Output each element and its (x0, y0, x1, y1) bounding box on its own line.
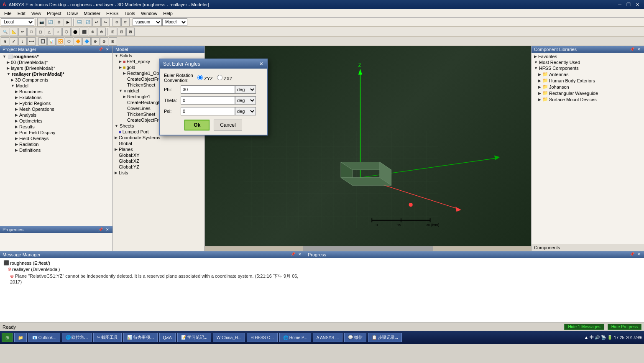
zxz-radio[interactable] (217, 75, 222, 80)
toolbar3-btn-4[interactable]: ⟺ (27, 37, 36, 46)
prog-controls[interactable]: 📌 ✕ (629, 252, 641, 257)
tree-item-hybrid-regions[interactable]: ▶ Hybrid Regions (1, 100, 112, 106)
taskbar-home[interactable]: 🌐 Home P... (279, 333, 311, 342)
hide-progress-button[interactable]: Hide Progress (608, 324, 641, 330)
ok-button[interactable]: Ok (184, 120, 210, 130)
comp-lib-controls[interactable]: 📌 ✕ (629, 47, 641, 51)
toolbar2-btn-6[interactable]: △ (45, 28, 53, 36)
toolbar3-btn-1[interactable]: 🖱 (1, 37, 9, 46)
toolbar2-btn-5[interactable]: ◻ (36, 28, 44, 36)
phi-input[interactable] (181, 85, 235, 94)
phi-unit-select[interactable]: deg rad (235, 85, 256, 94)
panel-pin-button[interactable]: 📌 (97, 47, 104, 51)
hide-messages-button[interactable]: Hide 1 Messages (564, 324, 604, 330)
menu-help[interactable]: Help (161, 10, 175, 17)
toolbar3-btn-7[interactable]: 🔀 (56, 37, 64, 46)
toolbar2-btn-11[interactable]: ⊕ (89, 28, 97, 36)
taskbar-china[interactable]: W China_H... (213, 333, 245, 342)
tree-item-model[interactable]: ▼ Model (1, 83, 112, 89)
comp-lib-pin-button[interactable]: 📌 (629, 47, 635, 51)
taskbar-file-explorer[interactable]: 📁 (14, 333, 27, 342)
toolbar3-btn-13[interactable]: ⊞ (109, 37, 117, 46)
tree-item-3d-components[interactable]: ▶ 3D Components (1, 77, 112, 83)
tree-item-field-overlays[interactable]: ▶ Field Overlays (1, 135, 112, 141)
viewport-tree-solids[interactable]: ▼ Solids (113, 53, 204, 59)
cancel-button[interactable]: Cancel (214, 120, 242, 130)
taskbar-browser[interactable]: 🌐 欧拉角... (62, 333, 92, 342)
comp-lib-close-button[interactable]: ✕ (636, 47, 641, 51)
lib-item-surface-mount[interactable]: ▶ 📁 Surface Mount Devices (532, 96, 643, 102)
tree-item-boundaries[interactable]: ▶ Boundaries (1, 89, 112, 95)
toolbar2-btn-1[interactable]: 🔍 (1, 28, 9, 36)
toolbar2-btn-14[interactable]: ⊟ (118, 28, 126, 36)
toolbar2-btn-15[interactable]: ⊠ (126, 28, 135, 36)
toolbar-btn-5[interactable]: 🔙 (75, 18, 83, 26)
toolbar3-btn-12[interactable]: ⊗ (100, 37, 108, 46)
toolbar2-btn-10[interactable]: ⬛ (80, 28, 88, 36)
toolbar-btn-7[interactable]: ↩ (92, 18, 101, 26)
viewport-tree-lists[interactable]: ▶ Lists (113, 170, 204, 176)
toolbar3-btn-11[interactable]: ⊕ (91, 37, 100, 46)
toolbar2-btn-7[interactable]: ○ (54, 28, 62, 36)
vacuum-select[interactable]: vacuum (133, 18, 162, 26)
lib-item-favorites[interactable]: ▶ Favorites (532, 54, 643, 59)
toolbar-btn-6[interactable]: 🔃 (84, 18, 92, 26)
lib-item-most-recently-used[interactable]: ▼ Most Recently Used (532, 59, 643, 65)
psi-input[interactable] (181, 107, 235, 115)
theta-unit-select[interactable]: deg rad (235, 96, 256, 105)
lib-item-johanson[interactable]: ▶ 📁 Johanson (532, 84, 643, 90)
toolbar2-btn-9[interactable]: ⬤ (71, 28, 79, 36)
toolbar3-btn-10[interactable]: 🔷 (82, 37, 91, 46)
viewport-tree-globalxz[interactable]: Global:XZ (113, 158, 204, 164)
toolbar-btn-4[interactable]: ▶ (64, 18, 72, 26)
menu-modeler[interactable]: Modeler (81, 10, 103, 17)
lib-item-human-body[interactable]: ▶ 📁 Human Body Exteriors (532, 77, 643, 84)
toolbar3-btn-9[interactable]: 🔶 (74, 37, 82, 46)
set-euler-angles-dialog[interactable]: Set Euler Angles ✕ Euler Rotation Conven… (159, 59, 268, 135)
panel-close-button[interactable]: ✕ (105, 47, 110, 51)
tree-item-definitions[interactable]: ▶ Definitions (1, 147, 112, 153)
tree-item-reallayer[interactable]: ▼ reallayer (DrivenModal)* (1, 71, 112, 77)
psi-unit-select[interactable]: deg rad (235, 107, 256, 115)
taskbar-snip[interactable]: ✂ 截图工具 (93, 333, 122, 342)
toolbar3-btn-5[interactable]: 🔲 (38, 37, 47, 46)
toolbar-btn-1[interactable]: 📷 (37, 18, 46, 26)
menu-draw[interactable]: Draw (65, 10, 81, 17)
toolbar2-btn-8[interactable]: ⬡ (62, 28, 71, 36)
tree-item-excitations[interactable]: ▶ Excitations (1, 95, 112, 100)
toolbar2-btn-2[interactable]: 📐 (10, 28, 18, 36)
taskbar-ansys[interactable]: A ANSYS ... (313, 333, 342, 342)
panel-controls[interactable]: 📌 ✕ (97, 47, 110, 51)
zxz-radio-label[interactable]: ZXZ (217, 75, 233, 81)
minimize-button[interactable]: ─ (616, 2, 624, 8)
tree-item-port-field[interactable]: ▶ Port Field Display (1, 130, 112, 135)
taskbar-wechat[interactable]: 💬 微信 (344, 333, 366, 342)
prog-pin-button[interactable]: 📌 (629, 252, 635, 257)
toolbar3-btn-6[interactable]: 📊 (47, 37, 56, 46)
menu-tools[interactable]: Tools (122, 10, 138, 17)
tree-item-analysis[interactable]: ▶ Analysis (1, 112, 112, 118)
viewport-tree-globalyz[interactable]: Global:YZ (113, 164, 204, 170)
toolbar-btn-10[interactable]: ⟳ (121, 18, 130, 26)
toolbar2-btn-3[interactable]: ✏ (18, 28, 27, 36)
menu-hfss[interactable]: HFSS (104, 10, 121, 17)
model-select[interactable]: Model (162, 18, 187, 26)
restore-button[interactable]: ❐ (624, 2, 633, 8)
taskbar-outlook[interactable]: 📧 Outlook... (28, 333, 60, 342)
tree-item-00[interactable]: ▶ 00 (DrivenModal)* (1, 59, 112, 65)
menu-file[interactable]: File (2, 10, 14, 17)
start-button[interactable]: ⊞ (2, 333, 13, 342)
menu-edit[interactable]: Edit (15, 10, 28, 17)
components-tab[interactable]: Components (532, 244, 644, 251)
tree-item-roughness[interactable]: ▼ ⬜ roughness* (1, 54, 112, 59)
tree-item-optimetrics[interactable]: ▶ Optimetrics (1, 118, 112, 124)
lib-item-hfss-components[interactable]: ▼ HFSS Components (532, 65, 643, 71)
props-close-button[interactable]: ✕ (105, 228, 110, 232)
prog-close-button[interactable]: ✕ (636, 252, 641, 257)
viewport-tree-global[interactable]: Global (113, 141, 204, 146)
zyz-radio-label[interactable]: ZYZ (197, 75, 213, 81)
title-bar-controls[interactable]: ─ ❐ ✕ (616, 2, 641, 8)
tree-item-radiation[interactable]: ▶ Radiation (1, 141, 112, 147)
viewport-tree-globalxy[interactable]: Global:XY (113, 152, 204, 158)
viewport-tree-coordsys[interactable]: ▶ Coordinate Systems (113, 135, 204, 141)
